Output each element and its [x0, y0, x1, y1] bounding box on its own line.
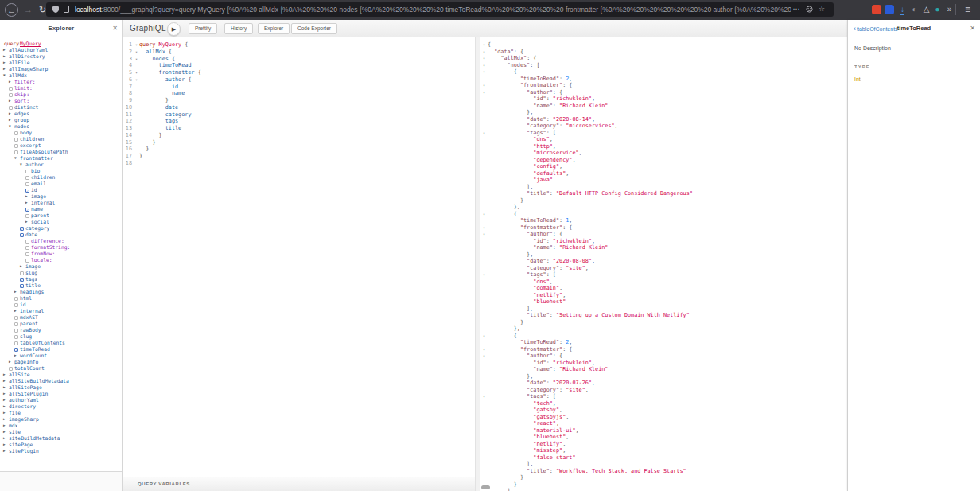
field-checkbox[interactable]	[14, 144, 18, 148]
tree-row[interactable]: ▶social	[0, 219, 122, 225]
fold-arrow-icon[interactable]: ▾	[480, 55, 488, 62]
tree-row[interactable]: ▶wordCount	[0, 353, 122, 359]
tree-row[interactable]: ▶pageInfo	[0, 359, 122, 365]
tree-row[interactable]: ▼allMdx	[0, 72, 122, 79]
tree-row[interactable]: ▶mdx	[0, 423, 122, 429]
field-checkbox[interactable]	[25, 240, 29, 244]
tree-row[interactable]: ▼frontmatter	[0, 155, 122, 162]
tree-row[interactable]: ✓tags	[0, 276, 122, 283]
page-info-icon[interactable]	[64, 2, 69, 17]
fold-arrow-icon[interactable]: ▾	[480, 82, 488, 89]
doc-back-link[interactable]: ‹tableOfContents	[854, 20, 898, 37]
tree-row[interactable]: ▶site	[0, 429, 122, 435]
fold-arrow-icon[interactable]: ▾	[480, 89, 488, 96]
tree-row[interactable]: ✓date	[0, 232, 122, 238]
tree-row[interactable]: ▶sitePage	[0, 442, 122, 448]
fold-arrow-icon[interactable]: ▾	[134, 76, 139, 84]
field-checkbox[interactable]	[14, 322, 18, 326]
tree-row[interactable]: ▶allSitePage	[0, 384, 122, 391]
tree-row[interactable]: fileAbsolutePath	[0, 149, 122, 155]
field-checkbox[interactable]	[14, 329, 18, 333]
tree-row[interactable]: ▶allFile	[0, 60, 122, 66]
forward-icon[interactable]: →	[21, 3, 35, 17]
tree-row[interactable]: ▶sort:	[0, 98, 122, 104]
tree-row[interactable]: difference:	[0, 238, 122, 244]
fold-arrow-icon[interactable]: ▾	[134, 49, 139, 56]
tree-row[interactable]: ▼nodes	[0, 123, 122, 130]
field-checkbox-checked[interactable]: ✓	[20, 227, 24, 231]
tree-row[interactable]: limit:	[0, 85, 122, 92]
field-checkbox[interactable]	[14, 138, 18, 142]
code-exporter-button[interactable]: Code Exporter	[291, 23, 337, 34]
fold-arrow-icon[interactable]: ▾	[480, 353, 488, 360]
field-checkbox[interactable]	[14, 131, 18, 135]
doc-close-icon[interactable]: ✕	[970, 20, 975, 37]
fold-arrow-icon[interactable]: ▾	[480, 49, 488, 56]
tree-row[interactable]: ✓id	[0, 187, 122, 193]
query-editor[interactable]: 1▾query MyQuery {2▾ allMdx {3▾ nodes {4 …	[123, 37, 475, 477]
tree-row[interactable]: ▶headings	[0, 289, 122, 295]
field-checkbox[interactable]	[20, 271, 24, 275]
fold-arrow-icon[interactable]: ▾	[480, 224, 488, 232]
field-checkbox[interactable]	[25, 252, 29, 256]
extension-teal-circle-icon[interactable]: ●	[931, 3, 943, 16]
tree-row[interactable]: totalCount	[0, 365, 122, 372]
tree-row[interactable]: locale:	[0, 257, 122, 263]
fold-arrow-icon[interactable]: ▾	[134, 41, 139, 49]
fold-arrow-icon[interactable]: ▾	[480, 41, 488, 49]
prettify-button[interactable]: Prettify	[189, 23, 217, 34]
field-checkbox[interactable]	[25, 170, 29, 173]
doc-type-link[interactable]: Int	[854, 76, 974, 82]
tree-row[interactable]: ▶image	[0, 193, 122, 200]
field-checkbox-checked[interactable]: ✓	[20, 278, 24, 282]
extension-triangle-icon[interactable]: △	[920, 3, 932, 16]
tree-row[interactable]: ▶allAuthorYaml	[0, 47, 122, 53]
tree-row[interactable]: ▶authorYaml	[0, 397, 122, 403]
tree-row[interactable]: ▶internal	[0, 200, 122, 206]
field-checkbox[interactable]	[14, 316, 18, 320]
tree-row[interactable]: ▶image	[0, 263, 122, 270]
field-checkbox[interactable]	[25, 182, 29, 186]
operation-name[interactable]: MyQuery	[19, 41, 41, 47]
tree-row[interactable]: id	[0, 302, 122, 308]
field-checkbox[interactable]	[14, 150, 18, 154]
bookmark-star-icon[interactable]: ☆	[816, 2, 827, 17]
tree-row[interactable]: slug	[0, 333, 122, 340]
tree-row[interactable]: formatString:	[0, 244, 122, 251]
tree-row[interactable]: bio	[0, 168, 122, 174]
tree-row[interactable]: ▶allSitePlugin	[0, 391, 122, 397]
tree-row[interactable]: rawBody	[0, 327, 122, 333]
field-checkbox[interactable]	[14, 297, 18, 301]
tree-row[interactable]: ▼author	[0, 162, 122, 168]
tree-row[interactable]: ▶edges	[0, 111, 122, 117]
field-checkbox-checked[interactable]: ✓	[14, 348, 18, 352]
field-checkbox-checked[interactable]: ✓	[25, 189, 29, 193]
tree-row[interactable]: children	[0, 136, 122, 142]
field-checkbox[interactable]	[25, 176, 29, 180]
field-checkbox-checked[interactable]: ✓	[25, 208, 29, 212]
field-checkbox[interactable]	[9, 106, 13, 110]
tree-row[interactable]: slug	[0, 270, 122, 276]
explorer-toggle-button[interactable]: Explorer	[258, 23, 290, 34]
tree-row[interactable]: ▶imageSharp	[0, 416, 122, 423]
scrollbar-thumb[interactable]	[481, 485, 490, 489]
tree-row[interactable]: ▶allSite	[0, 372, 122, 378]
mask-icon[interactable]	[803, 2, 815, 17]
tree-row-operation[interactable]: queryMyQuery	[0, 41, 122, 47]
tree-row[interactable]: skip:	[0, 92, 122, 98]
tree-row[interactable]: tableOfContents	[0, 340, 122, 346]
fold-arrow-icon[interactable]: ▾	[134, 69, 139, 76]
url-bar[interactable]: localhost:8000/___graphql?query=query My…	[46, 2, 834, 17]
field-checkbox[interactable]	[9, 367, 13, 371]
tree-row[interactable]: excerpt	[0, 142, 122, 149]
field-checkbox[interactable]	[14, 303, 18, 307]
field-checkbox[interactable]	[9, 87, 13, 91]
tree-row[interactable]: ▶sitePlugin	[0, 448, 122, 454]
fold-arrow-icon[interactable]: ▾	[134, 56, 139, 63]
result-horizontal-scrollbar[interactable]	[480, 485, 847, 491]
tree-row[interactable]: ▶filter:	[0, 79, 122, 85]
tree-row[interactable]: mdxAST	[0, 314, 122, 321]
field-checkbox[interactable]	[14, 335, 18, 339]
tree-row[interactable]: ▶allDirectory	[0, 53, 122, 60]
tree-row[interactable]: body	[0, 130, 122, 136]
